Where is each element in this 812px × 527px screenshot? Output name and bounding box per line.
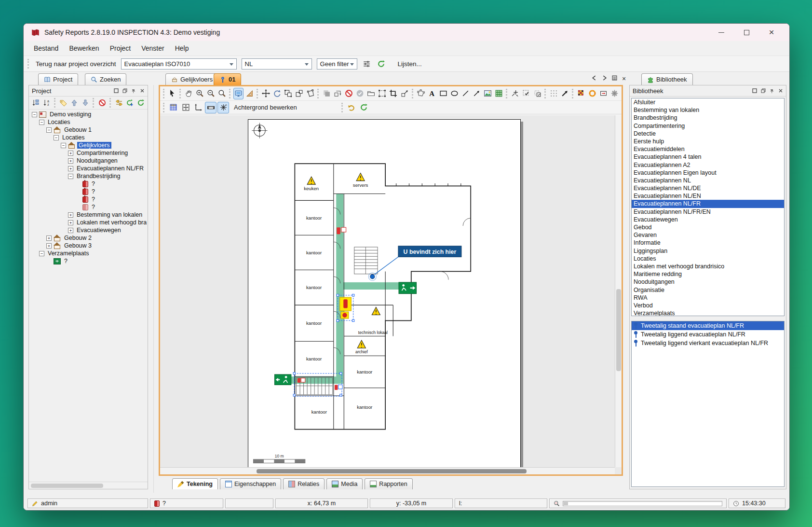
library-item[interactable]: Gevaren <box>632 231 784 239</box>
library-item[interactable]: Detectie <box>632 130 784 138</box>
float-panel-icon[interactable] <box>761 87 766 95</box>
template-item[interactable]: Tweetalig staand evacuatieplan NL/FR <box>632 321 784 330</box>
tree-item[interactable]: +Compartimentering <box>30 149 147 157</box>
panel-splitter[interactable] <box>153 85 154 493</box>
canvas-area[interactable]: U bevindt zich hier keukenserverskantoor… <box>160 115 622 474</box>
tab-rapporten[interactable]: Rapporten <box>365 478 412 489</box>
library-item[interactable]: Bestemming van lokalen <box>632 106 784 114</box>
stretch-icon[interactable] <box>399 88 409 99</box>
tree-expander-icon[interactable]: + <box>68 228 73 233</box>
tree-item[interactable]: +Evacuatieplannen NL/FR <box>30 165 147 172</box>
tree-expander-icon[interactable]: + <box>68 151 73 156</box>
ruler-toggle-icon[interactable] <box>205 102 217 113</box>
tree-expander-icon[interactable]: − <box>39 120 44 125</box>
measure-icon[interactable] <box>244 88 255 99</box>
tree-expander-icon[interactable]: − <box>32 112 37 117</box>
snap-object-icon[interactable] <box>532 88 542 99</box>
tree-item[interactable]: +Lokalen met verhoogd brand <box>30 219 147 226</box>
zoom-out-tool-icon[interactable] <box>206 88 216 99</box>
tree-item[interactable]: −Gelijkvloers <box>30 141 147 149</box>
refresh-add-icon[interactable] <box>125 98 135 108</box>
library-item[interactable]: Evacuatieplannen NL/EN <box>632 192 784 200</box>
filter-settings-icon[interactable] <box>362 59 372 69</box>
refresh-tree-icon[interactable] <box>136 98 146 108</box>
maximize-button[interactable] <box>743 29 750 36</box>
canvas-hscrollbar[interactable] <box>160 467 615 474</box>
tab-list-icon[interactable] <box>612 75 617 82</box>
approve-icon[interactable] <box>355 88 365 99</box>
ellipse-tool-icon[interactable] <box>449 88 460 99</box>
restore-panel-icon[interactable] <box>114 87 119 95</box>
restore-panel-icon[interactable] <box>752 87 757 95</box>
zoom-tool-icon[interactable] <box>217 88 227 99</box>
move-object-icon[interactable] <box>261 88 271 99</box>
library-item[interactable]: Evacuatiemiddelen <box>632 145 784 153</box>
menu-venster[interactable]: Venster <box>136 42 169 54</box>
tree-item[interactable]: ? <box>30 203 147 211</box>
tab-scroll-right-icon[interactable] <box>602 75 607 82</box>
resize-object-icon[interactable] <box>294 88 304 99</box>
library-item[interactable]: Locaties <box>632 255 784 263</box>
selection-frame-icon[interactable] <box>377 88 387 99</box>
pin-panel-icon[interactable] <box>770 87 774 95</box>
tree-item[interactable]: −Verzamelplaats <box>30 250 147 257</box>
tree-item[interactable]: ? <box>30 188 147 195</box>
tree-expander-icon[interactable]: + <box>68 220 73 225</box>
library-item[interactable]: RWA <box>632 294 784 302</box>
library-item[interactable]: Informatie <box>632 239 784 247</box>
project-tree-hscrollbar[interactable] <box>29 482 148 489</box>
settings-gear-icon[interactable] <box>609 88 620 99</box>
rotate-object-icon[interactable] <box>272 88 282 99</box>
scale-object-icon[interactable] <box>283 88 293 99</box>
pin-panel-icon[interactable] <box>131 87 136 95</box>
zoom-slider[interactable] <box>563 501 722 506</box>
grid-icon[interactable] <box>167 102 179 113</box>
library-item[interactable]: Brandbestrijding <box>632 114 784 122</box>
tab-zoeken[interactable]: Zoeken <box>85 73 126 85</box>
tree-item[interactable]: +Bestemming van lokalen <box>30 211 147 219</box>
canvas-vscrollbar[interactable] <box>615 115 622 467</box>
ring-symbol-icon[interactable] <box>587 88 597 99</box>
template-item[interactable]: Tweetalig liggend evacuatieplan NL/FR <box>632 330 784 339</box>
library-item[interactable]: Evacuatieplannen 4 talen <box>632 153 784 161</box>
tab-relaties[interactable]: Relaties <box>283 478 325 489</box>
menu-bestand[interactable]: Bestand <box>28 42 64 54</box>
crop-icon[interactable] <box>388 88 398 99</box>
tab-eigenschappen[interactable]: Eigenschappen <box>220 478 281 489</box>
axes-origin-icon[interactable] <box>192 102 204 113</box>
table-tool-icon[interactable] <box>494 88 504 99</box>
undo-icon[interactable] <box>346 102 357 113</box>
route-start-marker[interactable] <box>298 378 305 383</box>
tab-scroll-left-icon[interactable] <box>592 75 597 82</box>
redo-icon[interactable] <box>358 102 370 113</box>
image-tool-icon[interactable] <box>483 88 493 99</box>
library-item[interactable]: Lokalen met verhoogd brandrisico <box>632 263 784 270</box>
library-item[interactable]: Nooduitgangen <box>632 278 784 286</box>
fit-page-icon[interactable] <box>180 102 191 113</box>
sort-descending-icon[interactable]: az <box>42 98 52 108</box>
tree-item[interactable]: −Brandbestrijding <box>30 172 147 180</box>
zoom-in-tool-icon[interactable] <box>195 88 205 99</box>
tree-expander-icon[interactable]: − <box>61 143 66 148</box>
tab-close-icon[interactable]: × <box>622 75 626 83</box>
tab-sheet-01[interactable]: 01 <box>214 73 241 85</box>
tree-item[interactable]: −Locaties <box>30 134 147 141</box>
menu-bewerken[interactable]: Bewerken <box>64 42 104 54</box>
tree-item[interactable]: +Evacuatiewegen <box>30 226 147 234</box>
library-item[interactable]: Evacuatieplannen NL/FR <box>632 200 784 208</box>
pan-tool-icon[interactable] <box>184 88 194 99</box>
jump-arrow-icon[interactable] <box>560 88 570 99</box>
tree-expander-icon[interactable]: + <box>68 212 73 218</box>
select-tool-icon[interactable] <box>167 88 177 99</box>
library-item[interactable]: Liggingsplan <box>632 247 784 255</box>
snap-point-icon[interactable] <box>510 88 520 99</box>
tree-item[interactable]: −Gebouw 1 <box>30 126 147 134</box>
tree-item[interactable]: ? <box>30 257 147 265</box>
tree-expander-icon[interactable]: − <box>68 174 73 179</box>
library-item[interactable]: Evacuatieplannen Eigen layout <box>632 169 784 177</box>
rectangle-tool-icon[interactable] <box>438 88 448 99</box>
float-panel-icon[interactable] <box>122 87 127 95</box>
library-item[interactable]: Evacuatieplannen A2 <box>632 161 784 169</box>
tree-expander-icon[interactable]: + <box>46 236 52 241</box>
polygon-tool-icon[interactable] <box>416 88 426 99</box>
